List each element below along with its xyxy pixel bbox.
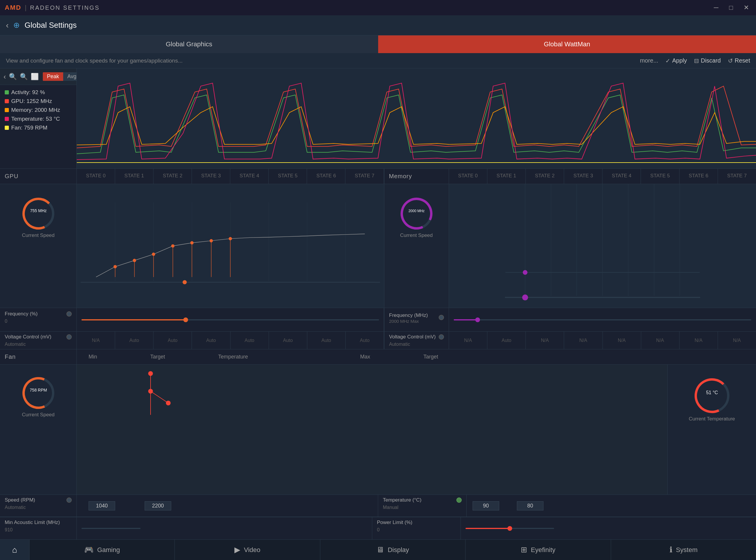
legend-item-gpu: GPU: 1252 MHz bbox=[5, 98, 72, 104]
gpu-state-0-header: STATE 0 bbox=[77, 169, 115, 184]
memory-freq-slider-fill bbox=[454, 319, 478, 320]
memory-section-label: Memory bbox=[389, 173, 412, 180]
mem-sv-2: N/A bbox=[526, 332, 564, 349]
fan-section-header: Fan bbox=[0, 349, 77, 364]
chart-sidebar: ‹ 🔍 🔍 ⬜ Peak Avg Activity: 92 % GPU: 125… bbox=[0, 68, 77, 168]
gpu-freq-control: Frequency (%) 0 bbox=[0, 308, 77, 331]
memory-voltage-toggle[interactable] bbox=[439, 334, 444, 340]
nav-eyefinity[interactable]: ⊞ Eyefinity bbox=[466, 540, 611, 560]
memory-freq-slider-thumb[interactable] bbox=[475, 318, 480, 322]
fan-controls-row: Speed (RPM) Automatic Temperature (°C) M… bbox=[0, 495, 756, 517]
discard-button[interactable]: ⊟ Discard bbox=[694, 57, 721, 64]
zoom-in-button[interactable]: 🔍 bbox=[9, 73, 17, 81]
fan-color bbox=[5, 126, 9, 130]
gpu-voltage-value: Automatic bbox=[5, 342, 26, 347]
gpu-state-3-header: STATE 3 bbox=[192, 169, 230, 184]
gpu-voltage-label-row: Voltage Control (mV) bbox=[5, 334, 72, 340]
gpu-freq-slider-track[interactable] bbox=[81, 319, 379, 320]
mem-state-6-header: STATE 6 bbox=[680, 169, 718, 184]
nav-gaming[interactable]: 🎮 Gaming bbox=[30, 540, 175, 560]
fan-gauge-svg: 758 RPM bbox=[21, 375, 56, 411]
mem-sv-7: N/A bbox=[718, 332, 756, 349]
speed-max-input[interactable] bbox=[144, 501, 171, 511]
gpu-sv-0: N/A bbox=[77, 332, 115, 349]
gpu-frequency-row: Frequency (%) 0 Frequency (MHz) 2000 MHz… bbox=[0, 308, 756, 332]
speed-inputs bbox=[77, 495, 378, 517]
speed-min-input[interactable] bbox=[89, 501, 115, 511]
svg-point-40 bbox=[522, 295, 528, 300]
memory-freq-value: 2000 MHz Max bbox=[389, 319, 428, 324]
nav-system[interactable]: ℹ System bbox=[611, 540, 756, 560]
gpu-freq-toggle[interactable] bbox=[66, 311, 72, 317]
back-tool-button[interactable]: ‹ bbox=[3, 73, 6, 81]
mem-sv-0: N/A bbox=[449, 332, 487, 349]
minimize-button[interactable]: ─ bbox=[712, 3, 721, 13]
memory-voltage-label-row: Voltage Control (mV) bbox=[389, 334, 444, 340]
gaming-label: Gaming bbox=[97, 546, 120, 554]
nav-display[interactable]: 🖥 Display bbox=[320, 540, 466, 560]
gpu-voltage-toggle[interactable] bbox=[66, 334, 72, 340]
display-label: Display bbox=[388, 546, 409, 554]
gpu-legend-label: GPU: 1252 MHz bbox=[11, 98, 52, 104]
nav-video[interactable]: ▶ Video bbox=[175, 540, 320, 560]
voltage-row: Voltage Control (mV) Automatic N/A Auto … bbox=[0, 332, 756, 349]
maximize-button[interactable]: □ bbox=[727, 3, 735, 13]
reset-button[interactable]: ↺ Reset bbox=[728, 57, 750, 64]
temp-toggle[interactable] bbox=[457, 497, 462, 503]
temp-gauge-svg: 51 °C bbox=[693, 377, 731, 415]
subtitle-actions: more... ✓ Apply ⊟ Discard ↺ Reset bbox=[640, 57, 750, 64]
mem-state-5-header: STATE 5 bbox=[641, 169, 679, 184]
gaming-icon: 🎮 bbox=[84, 545, 94, 554]
temp-val1-input[interactable] bbox=[472, 501, 499, 511]
svg-point-38 bbox=[523, 270, 527, 275]
back-button[interactable]: ‹ bbox=[6, 21, 8, 30]
page-title: Global Settings bbox=[24, 21, 76, 30]
current-temp-label: Current Temperature bbox=[689, 416, 735, 422]
temp-label: Temperature (°C) bbox=[383, 497, 422, 503]
subtitle-bar: View and configure fan and clock speeds … bbox=[0, 53, 756, 68]
memory-voltage-control: Voltage Control (mV) Automatic bbox=[384, 332, 449, 349]
gpu-freq-slider-area bbox=[77, 308, 384, 331]
gpu-state-4-header: STATE 4 bbox=[230, 169, 269, 184]
svg-line-45 bbox=[151, 391, 168, 403]
min-acoustic-control: Min Acoustic Limit (MHz) 910 bbox=[0, 517, 77, 539]
frame-button[interactable]: ⬜ bbox=[31, 73, 39, 81]
apply-button[interactable]: ✓ Apply bbox=[665, 57, 687, 64]
tab-global-graphics[interactable]: Global Graphics bbox=[0, 35, 378, 53]
memory-current-speed-label: Current Speed bbox=[400, 233, 433, 238]
min-acoustic-track[interactable] bbox=[81, 528, 140, 529]
home-icon: ⌂ bbox=[12, 545, 17, 555]
mem-state-0-header: STATE 0 bbox=[449, 169, 487, 184]
apply-label: Apply bbox=[672, 57, 687, 64]
peak-button[interactable]: Peak bbox=[43, 72, 63, 81]
memory-freq-label-row: Frequency (MHz) 2000 MHz Max bbox=[389, 311, 444, 324]
memory-freq-control: Frequency (MHz) 2000 MHz Max bbox=[384, 308, 449, 331]
power-limit-track[interactable] bbox=[466, 528, 554, 529]
temp-mode: Manual bbox=[383, 505, 398, 510]
more-button[interactable]: more... bbox=[640, 57, 658, 64]
zoom-out-button[interactable]: 🔍 bbox=[20, 73, 28, 81]
gpu-voltage-label: Voltage Control (mV) bbox=[5, 334, 51, 340]
close-button[interactable]: ✕ bbox=[741, 3, 751, 13]
speed-rpm-toggle[interactable] bbox=[66, 497, 72, 503]
title-sep: | bbox=[25, 4, 26, 12]
mem-sv-6: N/A bbox=[680, 332, 718, 349]
nav-home[interactable]: ⌂ bbox=[0, 540, 30, 560]
memory-freq-toggle[interactable] bbox=[439, 315, 444, 320]
tab-global-wattman[interactable]: Global WattMan bbox=[378, 35, 756, 53]
svg-point-26 bbox=[183, 280, 187, 284]
mem-state-7-header: STATE 7 bbox=[718, 169, 756, 184]
mem-state-1-header: STATE 1 bbox=[487, 169, 526, 184]
memory-freq-slider-track[interactable] bbox=[454, 319, 751, 320]
temperature-control: Temperature (°C) Manual bbox=[378, 495, 467, 517]
memory-voltage-label: Voltage Control (mV) bbox=[389, 334, 436, 340]
gpu-state-5-header: STATE 5 bbox=[269, 169, 307, 184]
temp-val2-input[interactable] bbox=[517, 501, 543, 511]
power-limit-thumb[interactable] bbox=[507, 526, 512, 531]
gpu-freq-slider-fill bbox=[81, 319, 186, 320]
gpu-freq-slider-thumb[interactable] bbox=[183, 318, 188, 322]
mem-state-3-header: STATE 3 bbox=[564, 169, 602, 184]
legend-item-memory: Memory: 2000 MHz bbox=[5, 107, 72, 113]
gpu-states-chart bbox=[77, 184, 384, 308]
video-icon: ▶ bbox=[234, 545, 240, 554]
